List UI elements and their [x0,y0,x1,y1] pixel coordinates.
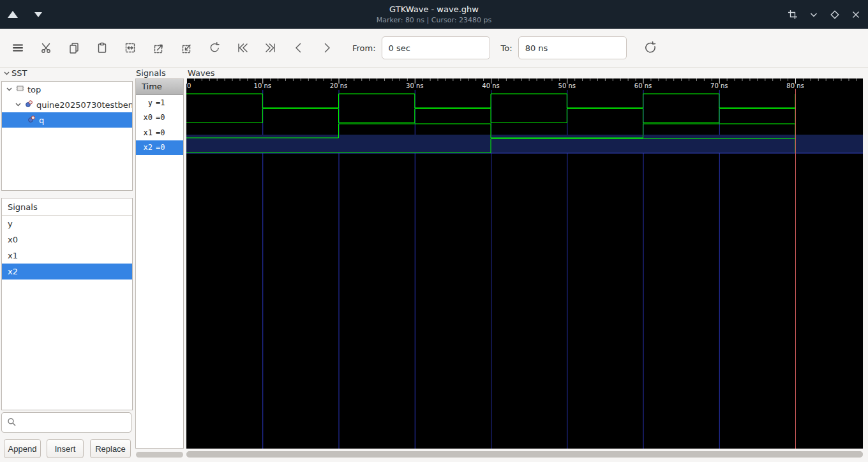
cut-icon[interactable] [34,36,58,60]
chevron-down-icon[interactable] [808,9,819,20]
trace-label-x1[interactable]: x1 =0 [136,125,183,140]
signal-search-box [1,412,131,433]
zoom-in-icon[interactable] [146,36,170,60]
waves-hscrollbar[interactable] [186,451,863,458]
signals-pane-label: Signals [136,68,166,78]
expander-icon[interactable] [15,101,22,108]
zoom-out-icon[interactable] [174,36,198,60]
tree-item-testbench[interactable]: quine20250730testbench [2,97,132,112]
next-edge-icon[interactable] [315,36,339,60]
wave-canvas[interactable]: 010 ns20 ns30 ns40 ns50 ns60 ns70 ns80 n… [186,78,863,449]
svg-text:70 ns: 70 ns [710,82,728,89]
window-title: GTKWave - wave.ghw [0,4,868,14]
svg-text:50 ns: 50 ns [558,82,576,89]
signal-names-hscrollbar[interactable] [136,452,183,458]
menu-icon[interactable] [6,36,30,60]
paste-icon[interactable] [90,36,114,60]
marker-cursor-status: Marker: 80 ns | Cursor: 23480 ps [0,16,868,24]
insert-button[interactable]: Insert [47,439,84,458]
tree-item-q[interactable]: q [2,112,132,128]
append-button[interactable]: Append [4,439,41,458]
toolbar: From: To: [0,29,868,68]
reload-icon[interactable] [638,36,662,60]
copy-icon[interactable] [62,36,86,60]
go-to-end-icon[interactable] [258,36,283,60]
expander-icon[interactable] [6,86,13,93]
sst-signals-list: Signals y x0 x1 x2 [1,198,133,410]
to-input[interactable] [518,36,627,59]
signal-list-item-x0[interactable]: x0 [2,232,132,248]
maximize-icon[interactable] [829,9,841,20]
time-header: Time [136,79,183,95]
svg-text:10 ns: 10 ns [254,82,271,89]
fit-window-icon[interactable] [787,9,798,20]
component-icon [27,115,36,125]
previous-edge-icon[interactable] [287,36,311,60]
svg-text:40 ns: 40 ns [482,82,499,89]
search-input[interactable] [20,418,128,428]
tree-item-label: top [27,85,41,94]
close-icon[interactable] [850,9,862,20]
tree-item-label: quine20250730testbench [36,100,132,110]
signals-list-header: Signals [2,198,132,216]
signal-list-item-y[interactable]: y [2,216,132,232]
svg-text:60 ns: 60 ns [634,82,652,89]
go-to-start-icon[interactable] [230,36,255,60]
sst-pane-label: SST [3,68,27,78]
trace-label-x2[interactable]: x2 =0 [136,140,183,156]
zoom-fit-icon[interactable] [118,36,142,60]
signal-names-pane: Time y =1 x0 =0 x1 =0 x2 =0 [135,78,184,449]
from-label: From: [352,43,376,53]
svg-text:20 ns: 20 ns [330,82,347,89]
replace-button[interactable]: Replace [90,439,131,458]
scrollbar-thumb[interactable] [186,451,863,458]
module-icon [16,84,24,94]
from-input[interactable] [382,36,490,59]
signal-list-item-x1[interactable]: x1 [2,248,132,264]
tree-item-top[interactable]: top [2,82,132,97]
sst-tree: top quine20250730testbench q [1,81,133,191]
sst-collapse-icon[interactable] [3,70,10,77]
zoom-undo-icon[interactable] [202,36,227,60]
trace-label-x0[interactable]: x0 =0 [136,110,183,126]
signal-list-item-x2[interactable]: x2 [2,264,132,279]
svg-text:30 ns: 30 ns [406,82,423,89]
svg-text:80 ns: 80 ns [786,82,804,89]
trace-label-y[interactable]: y =1 [136,95,183,110]
svg-text:0: 0 [187,82,191,89]
title-bar: GTKWave - wave.ghw Marker: 80 ns | Curso… [0,0,868,29]
to-label: To: [501,43,513,53]
waves-pane-label: Waves [188,68,214,78]
tree-item-label: q [39,116,44,125]
component-icon [25,100,33,110]
search-icon [7,417,16,428]
